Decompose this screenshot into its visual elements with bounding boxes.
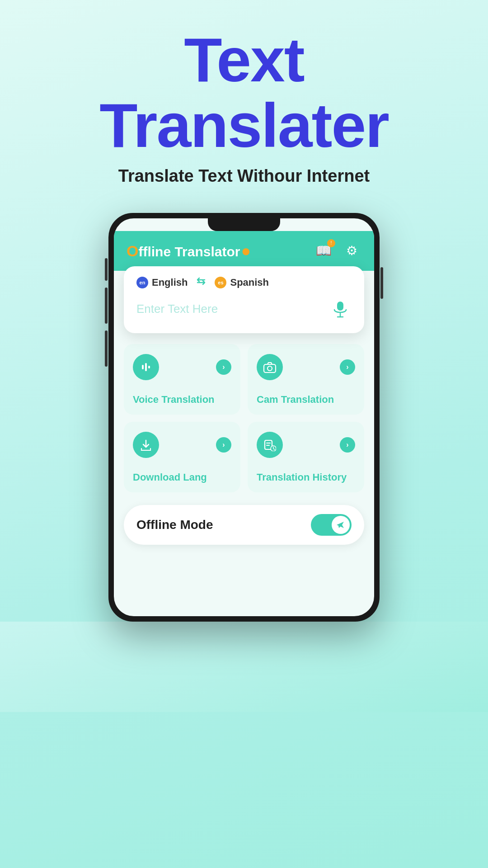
voice-translation-label: Voice Translation [133, 394, 215, 406]
phone-screen: Offline Translator● 📖 ! ⚙ [114, 218, 374, 616]
svg-point-7 [267, 366, 272, 371]
voice-translation-arrow: › [216, 359, 231, 375]
cam-translation-arrow: › [340, 359, 355, 375]
translation-history-arrow: › [340, 437, 355, 453]
source-language-name: English [152, 277, 188, 288]
vol-down-button [105, 330, 108, 367]
text-input-placeholder[interactable]: Enter Text Here [136, 302, 324, 316]
download-lang-top: › [133, 432, 231, 458]
hero-title-line1: Text [99, 27, 389, 93]
phone-notch [208, 218, 280, 231]
hero-subtitle: Translate Text Withour Internet [118, 166, 370, 186]
translation-history-card[interactable]: › Translation History [248, 422, 364, 492]
phone-mockup: Offline Translator● 📖 ! ⚙ [95, 213, 393, 622]
source-language[interactable]: en English [136, 277, 188, 288]
app-header: Offline Translator● 📖 ! ⚙ [114, 231, 374, 271]
svg-rect-6 [264, 364, 276, 373]
toggle-thumb [332, 516, 350, 534]
phone-frame: Offline Translator● 📖 ! ⚙ [108, 213, 380, 622]
cam-translation-top: › [257, 354, 355, 380]
target-language-name: Spanish [230, 277, 269, 288]
gear-icon: ⚙ [346, 243, 357, 258]
app-logo: Offline Translator● [127, 241, 251, 260]
translation-history-icon [257, 432, 283, 458]
translation-history-label: Translation History [257, 472, 347, 483]
settings-icon-button[interactable]: ⚙ [342, 241, 361, 261]
target-language[interactable]: es Spanish [215, 277, 269, 288]
silent-button [105, 258, 108, 281]
swap-languages-button[interactable] [195, 276, 207, 289]
below-phone-section [0, 622, 488, 712]
voice-translation-icon [133, 354, 159, 380]
feature-grid: › Voice Translation › [114, 333, 374, 503]
english-flag: en [136, 277, 148, 288]
offline-mode-label: Offline Mode [136, 518, 213, 532]
microphone-button[interactable] [329, 298, 352, 321]
hero-title: Text Translater [99, 27, 389, 158]
notification-badge: ! [327, 239, 335, 247]
svg-rect-4 [145, 363, 147, 371]
download-lang-icon [133, 432, 159, 458]
offline-mode-bar: Offline Mode [124, 505, 364, 545]
translation-history-top: › [257, 432, 355, 458]
language-selector: en English es Spanish [136, 276, 352, 289]
cam-translation-card[interactable]: › Cam Translation [248, 344, 364, 415]
download-lang-label: Download Lang [133, 472, 207, 483]
header-icons: 📖 ! ⚙ [314, 241, 361, 261]
cam-translation-label: Cam Translation [257, 394, 334, 406]
voice-translation-top: › [133, 354, 231, 380]
spanish-flag: es [215, 277, 226, 288]
plane-icon [336, 520, 346, 530]
power-button [380, 267, 383, 299]
vol-up-button [105, 288, 108, 324]
svg-rect-0 [337, 302, 343, 311]
download-lang-card[interactable]: › Download Lang [124, 422, 240, 492]
translation-card[interactable]: en English es Spanish [124, 266, 364, 333]
download-lang-arrow: › [216, 437, 231, 453]
book-icon-button[interactable]: 📖 ! [314, 241, 333, 261]
cam-translation-icon [257, 354, 283, 380]
svg-rect-3 [142, 365, 144, 369]
logo-off: Offline Translator● [127, 241, 251, 260]
text-input-area[interactable]: Enter Text Here [136, 298, 352, 321]
svg-rect-5 [148, 366, 150, 368]
hero-title-line2: Translater [99, 93, 389, 158]
voice-translation-card[interactable]: › Voice Translation [124, 344, 240, 415]
offline-mode-toggle[interactable] [311, 514, 352, 536]
